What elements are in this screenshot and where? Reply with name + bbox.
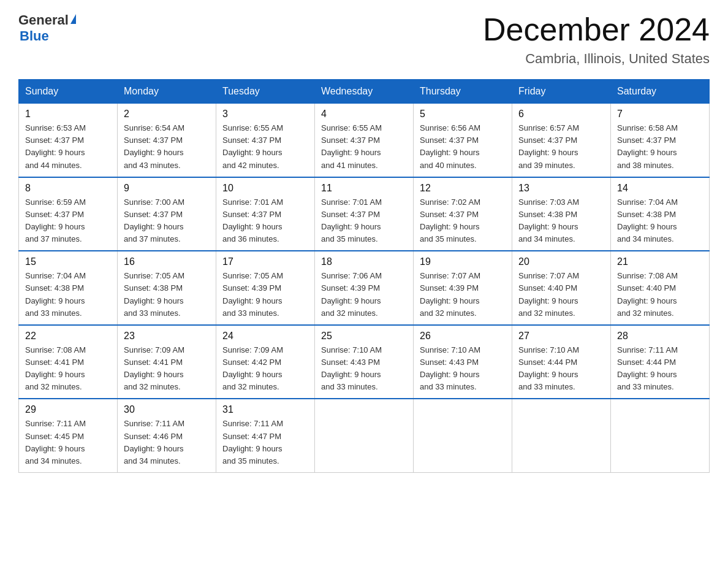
day-number: 13: [518, 183, 604, 194]
calendar-cell: 23Sunrise: 7:09 AMSunset: 4:41 PMDayligh…: [118, 325, 216, 399]
day-number: 27: [518, 331, 604, 342]
day-info: Sunrise: 6:53 AMSunset: 4:37 PMDaylight:…: [25, 122, 111, 172]
calendar-cell: [611, 399, 710, 472]
calendar-cell: 24Sunrise: 7:09 AMSunset: 4:42 PMDayligh…: [216, 325, 315, 399]
calendar-cell: 29Sunrise: 7:11 AMSunset: 4:45 PMDayligh…: [19, 399, 118, 472]
day-number: 5: [420, 109, 506, 120]
day-info: Sunrise: 7:11 AMSunset: 4:45 PMDaylight:…: [25, 418, 111, 467]
day-number: 23: [124, 331, 210, 342]
calendar-cell: 7Sunrise: 6:58 AMSunset: 4:37 PMDaylight…: [611, 104, 710, 177]
weekday-header-saturday: Saturday: [611, 80, 710, 104]
calendar-cell: 2Sunrise: 6:54 AMSunset: 4:37 PMDaylight…: [118, 104, 216, 177]
calendar-cell: 12Sunrise: 7:02 AMSunset: 4:37 PMDayligh…: [414, 177, 512, 251]
calendar-week-row-5: 29Sunrise: 7:11 AMSunset: 4:45 PMDayligh…: [19, 399, 710, 472]
calendar-cell: 30Sunrise: 7:11 AMSunset: 4:46 PMDayligh…: [118, 399, 216, 472]
calendar-week-row-4: 22Sunrise: 7:08 AMSunset: 4:41 PMDayligh…: [19, 325, 710, 399]
day-number: 14: [617, 183, 703, 194]
calendar-cell: 6Sunrise: 6:57 AMSunset: 4:37 PMDaylight…: [512, 104, 611, 177]
logo-general-text: General: [18, 12, 69, 28]
day-number: 3: [222, 109, 308, 120]
calendar-cell: 22Sunrise: 7:08 AMSunset: 4:41 PMDayligh…: [19, 325, 118, 399]
calendar-cell: 9Sunrise: 7:00 AMSunset: 4:37 PMDaylight…: [118, 177, 216, 251]
header: General Blue December 2024 Cambria, Illi…: [18, 12, 710, 67]
day-info: Sunrise: 6:56 AMSunset: 4:37 PMDaylight:…: [420, 122, 506, 172]
day-info: Sunrise: 7:02 AMSunset: 4:37 PMDaylight:…: [420, 196, 506, 246]
calendar-cell: 3Sunrise: 6:55 AMSunset: 4:37 PMDaylight…: [216, 104, 315, 177]
calendar-cell: [315, 399, 414, 472]
calendar-cell: 31Sunrise: 7:11 AMSunset: 4:47 PMDayligh…: [216, 399, 315, 472]
calendar-cell: 13Sunrise: 7:03 AMSunset: 4:38 PMDayligh…: [512, 177, 611, 251]
day-number: 4: [321, 109, 407, 120]
calendar-week-row-3: 15Sunrise: 7:04 AMSunset: 4:38 PMDayligh…: [19, 251, 710, 325]
calendar-cell: 28Sunrise: 7:11 AMSunset: 4:44 PMDayligh…: [611, 325, 710, 399]
weekday-header-friday: Friday: [512, 80, 611, 104]
logo-arrow-icon: [70, 14, 76, 24]
day-info: Sunrise: 7:08 AMSunset: 4:41 PMDaylight:…: [25, 344, 111, 394]
day-number: 15: [25, 256, 111, 267]
day-number: 22: [25, 331, 111, 342]
weekday-header-thursday: Thursday: [414, 80, 512, 104]
title-area: December 2024 Cambria, Illinois, United …: [483, 12, 710, 67]
day-info: Sunrise: 7:09 AMSunset: 4:42 PMDaylight:…: [222, 344, 308, 394]
day-number: 29: [25, 404, 111, 415]
day-info: Sunrise: 7:05 AMSunset: 4:39 PMDaylight:…: [222, 270, 308, 320]
calendar-cell: 21Sunrise: 7:08 AMSunset: 4:40 PMDayligh…: [611, 251, 710, 325]
day-number: 7: [617, 109, 703, 120]
day-info: Sunrise: 7:08 AMSunset: 4:40 PMDaylight:…: [617, 270, 703, 320]
calendar-cell: 25Sunrise: 7:10 AMSunset: 4:43 PMDayligh…: [315, 325, 414, 399]
calendar-cell: 14Sunrise: 7:04 AMSunset: 4:38 PMDayligh…: [611, 177, 710, 251]
location-subtitle: Cambria, Illinois, United States: [483, 51, 710, 67]
day-info: Sunrise: 7:06 AMSunset: 4:39 PMDaylight:…: [321, 270, 407, 320]
day-info: Sunrise: 7:11 AMSunset: 4:46 PMDaylight:…: [124, 418, 210, 467]
day-info: Sunrise: 6:59 AMSunset: 4:37 PMDaylight:…: [25, 196, 111, 246]
calendar-cell: 26Sunrise: 7:10 AMSunset: 4:43 PMDayligh…: [414, 325, 512, 399]
logo: General Blue: [18, 12, 76, 44]
day-info: Sunrise: 6:55 AMSunset: 4:37 PMDaylight:…: [222, 122, 308, 172]
day-info: Sunrise: 7:10 AMSunset: 4:43 PMDaylight:…: [420, 344, 506, 394]
calendar-cell: [414, 399, 512, 472]
day-number: 17: [222, 256, 308, 267]
logo-line1: General: [18, 12, 76, 28]
calendar-cell: 15Sunrise: 7:04 AMSunset: 4:38 PMDayligh…: [19, 251, 118, 325]
day-info: Sunrise: 7:07 AMSunset: 4:39 PMDaylight:…: [420, 270, 506, 320]
day-info: Sunrise: 7:01 AMSunset: 4:37 PMDaylight:…: [222, 196, 308, 246]
day-info: Sunrise: 7:05 AMSunset: 4:38 PMDaylight:…: [124, 270, 210, 320]
day-number: 6: [518, 109, 604, 120]
calendar-cell: 19Sunrise: 7:07 AMSunset: 4:39 PMDayligh…: [414, 251, 512, 325]
day-number: 28: [617, 331, 703, 342]
day-info: Sunrise: 6:57 AMSunset: 4:37 PMDaylight:…: [518, 122, 604, 172]
calendar-cell: 5Sunrise: 6:56 AMSunset: 4:37 PMDaylight…: [414, 104, 512, 177]
day-info: Sunrise: 7:09 AMSunset: 4:41 PMDaylight:…: [124, 344, 210, 394]
day-number: 10: [222, 183, 308, 194]
day-info: Sunrise: 7:04 AMSunset: 4:38 PMDaylight:…: [617, 196, 703, 246]
day-number: 24: [222, 331, 308, 342]
calendar-cell: 4Sunrise: 6:55 AMSunset: 4:37 PMDaylight…: [315, 104, 414, 177]
month-title: December 2024: [483, 12, 710, 47]
day-number: 16: [124, 256, 210, 267]
day-info: Sunrise: 7:11 AMSunset: 4:44 PMDaylight:…: [617, 344, 703, 394]
calendar-cell: 20Sunrise: 7:07 AMSunset: 4:40 PMDayligh…: [512, 251, 611, 325]
day-number: 18: [321, 256, 407, 267]
calendar-cell: 8Sunrise: 6:59 AMSunset: 4:37 PMDaylight…: [19, 177, 118, 251]
day-info: Sunrise: 6:58 AMSunset: 4:37 PMDaylight:…: [617, 122, 703, 172]
day-number: 8: [25, 183, 111, 194]
day-number: 12: [420, 183, 506, 194]
day-info: Sunrise: 7:11 AMSunset: 4:47 PMDaylight:…: [222, 418, 308, 467]
weekday-header-wednesday: Wednesday: [315, 80, 414, 104]
calendar-cell: 10Sunrise: 7:01 AMSunset: 4:37 PMDayligh…: [216, 177, 315, 251]
day-info: Sunrise: 7:01 AMSunset: 4:37 PMDaylight:…: [321, 196, 407, 246]
day-number: 20: [518, 256, 604, 267]
calendar-table: SundayMondayTuesdayWednesdayThursdayFrid…: [18, 79, 710, 473]
day-number: 2: [124, 109, 210, 120]
weekday-header-sunday: Sunday: [19, 80, 118, 104]
day-info: Sunrise: 6:54 AMSunset: 4:37 PMDaylight:…: [124, 122, 210, 172]
day-info: Sunrise: 7:04 AMSunset: 4:38 PMDaylight:…: [25, 270, 111, 320]
day-number: 1: [25, 109, 111, 120]
calendar-cell: 16Sunrise: 7:05 AMSunset: 4:38 PMDayligh…: [118, 251, 216, 325]
calendar-cell: 17Sunrise: 7:05 AMSunset: 4:39 PMDayligh…: [216, 251, 315, 325]
day-number: 21: [617, 256, 703, 267]
day-number: 19: [420, 256, 506, 267]
day-info: Sunrise: 7:10 AMSunset: 4:44 PMDaylight:…: [518, 344, 604, 394]
calendar-week-row-2: 8Sunrise: 6:59 AMSunset: 4:37 PMDaylight…: [19, 177, 710, 251]
day-info: Sunrise: 7:07 AMSunset: 4:40 PMDaylight:…: [518, 270, 604, 320]
